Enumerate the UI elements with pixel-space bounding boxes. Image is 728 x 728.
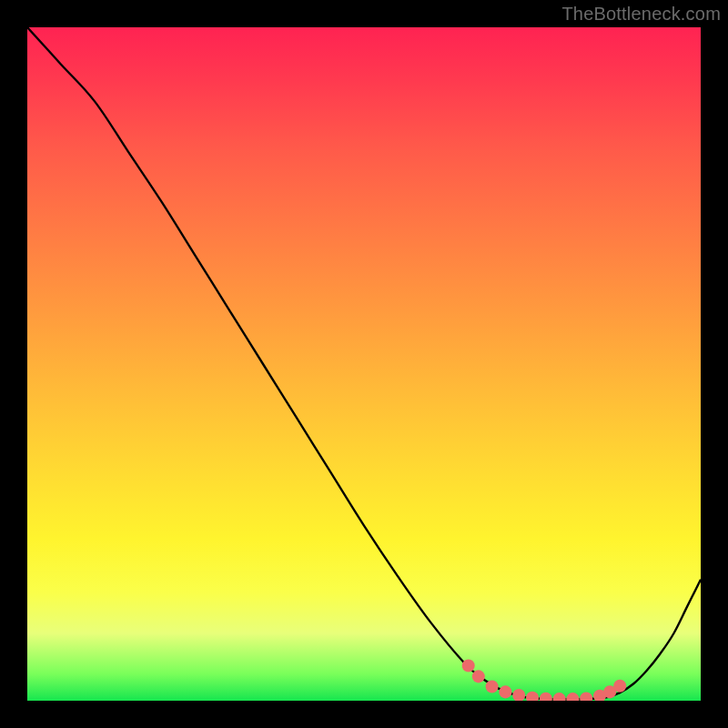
- highlight-dot: [462, 659, 475, 672]
- highlight-dot: [526, 692, 539, 701]
- highlight-dot: [540, 693, 552, 701]
- chart-stage: TheBottleneck.com: [0, 0, 728, 728]
- watermark-text: TheBottleneck.com: [561, 4, 721, 25]
- curve-layer: [27, 27, 701, 701]
- highlight-dot: [553, 693, 566, 701]
- highlight-dot: [486, 680, 499, 693]
- highlight-dot: [472, 670, 485, 682]
- highlight-dot: [580, 692, 592, 701]
- highlight-dot: [613, 680, 626, 693]
- highlight-dot: [512, 689, 525, 701]
- plot-area: [27, 27, 701, 701]
- highlight-dots: [462, 659, 627, 701]
- highlight-dot: [566, 693, 579, 701]
- main-curve: [27, 27, 701, 700]
- highlight-dot: [499, 685, 511, 698]
